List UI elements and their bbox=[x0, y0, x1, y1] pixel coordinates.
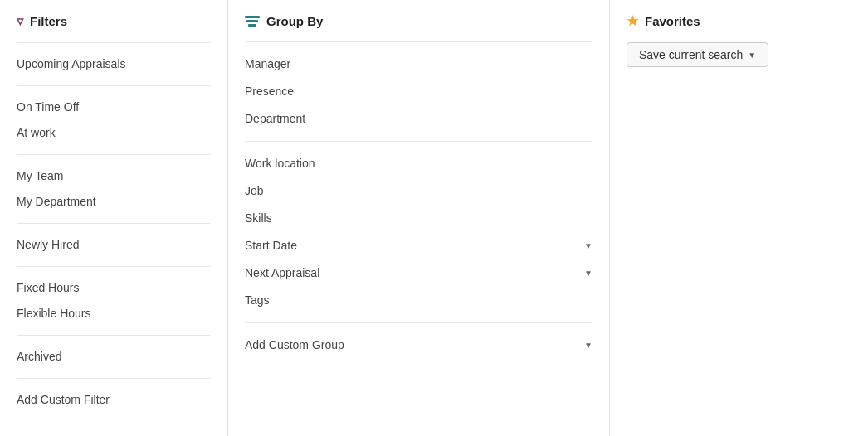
group-item-work-location[interactable]: Work location bbox=[245, 150, 592, 177]
filter-section-7: Add Custom Filter bbox=[17, 378, 211, 421]
groupby-header: Group By bbox=[245, 13, 592, 28]
favorites-title: Favorites bbox=[645, 14, 700, 28]
filter-section-3: My Team My Department bbox=[17, 154, 211, 223]
star-icon: ★ bbox=[627, 13, 638, 29]
layers-icon bbox=[245, 13, 260, 28]
filters-header: ▿ Filters bbox=[17, 13, 211, 29]
save-btn-arrow-icon: ▼ bbox=[748, 51, 756, 60]
filter-item-my-team[interactable]: My Team bbox=[17, 163, 211, 189]
group-item-next-appraisal[interactable]: Next Appraisal ▼ bbox=[245, 259, 592, 287]
group-item-manager[interactable]: Manager bbox=[245, 51, 592, 78]
group-item-tags[interactable]: Tags bbox=[245, 287, 592, 314]
group-section-3: Add Custom Group ▼ bbox=[245, 322, 592, 367]
groupby-title: Group By bbox=[266, 14, 323, 28]
group-item-presence[interactable]: Presence bbox=[245, 78, 592, 105]
filter-item-add-custom[interactable]: Add Custom Filter bbox=[17, 387, 211, 413]
filter-item-archived[interactable]: Archived bbox=[17, 344, 211, 370]
filter-item-at-work[interactable]: At work bbox=[17, 120, 211, 146]
main-container: ▿ Filters Upcoming Appraisals On Time Of… bbox=[0, 0, 868, 436]
groupby-column: Group By Manager Presence Department Wor… bbox=[228, 0, 610, 436]
filter-section-1: Upcoming Appraisals bbox=[17, 42, 211, 85]
filter-item-flexible-hours[interactable]: Flexible Hours bbox=[17, 301, 211, 327]
favorites-header: ★ Favorites bbox=[627, 13, 851, 29]
group-section-2: Work location Job Skills Start Date ▼ Ne… bbox=[245, 141, 592, 322]
filters-title: Filters bbox=[30, 14, 67, 28]
filter-section-4: Newly Hired bbox=[17, 223, 211, 266]
filter-item-upcoming-appraisals[interactable]: Upcoming Appraisals bbox=[17, 51, 211, 77]
group-item-department[interactable]: Department bbox=[245, 105, 592, 133]
filter-icon: ▿ bbox=[17, 13, 23, 29]
filter-item-fixed-hours[interactable]: Fixed Hours bbox=[17, 275, 211, 301]
start-date-arrow-icon: ▼ bbox=[584, 240, 592, 252]
group-item-start-date[interactable]: Start Date ▼ bbox=[245, 232, 592, 259]
filter-section-5: Fixed Hours Flexible Hours bbox=[17, 266, 211, 335]
save-current-search-button[interactable]: Save current search ▼ bbox=[627, 42, 768, 67]
filter-item-on-time-off[interactable]: On Time Off bbox=[17, 94, 211, 120]
filter-item-newly-hired[interactable]: Newly Hired bbox=[17, 232, 211, 258]
next-appraisal-arrow-icon: ▼ bbox=[584, 267, 592, 279]
group-item-job[interactable]: Job bbox=[245, 177, 592, 205]
group-section-1: Manager Presence Department bbox=[245, 41, 592, 141]
save-current-search-label: Save current search bbox=[639, 48, 743, 61]
favorites-column: ★ Favorites Save current search ▼ bbox=[610, 0, 868, 436]
filter-section-2: On Time Off At work bbox=[17, 85, 211, 154]
filters-column: ▿ Filters Upcoming Appraisals On Time Of… bbox=[0, 0, 228, 436]
group-item-add-custom-group[interactable]: Add Custom Group ▼ bbox=[245, 332, 592, 359]
filter-item-my-department[interactable]: My Department bbox=[17, 189, 211, 215]
filter-section-6: Archived bbox=[17, 335, 211, 378]
add-custom-group-arrow-icon: ▼ bbox=[584, 339, 592, 351]
group-item-skills[interactable]: Skills bbox=[245, 205, 592, 232]
